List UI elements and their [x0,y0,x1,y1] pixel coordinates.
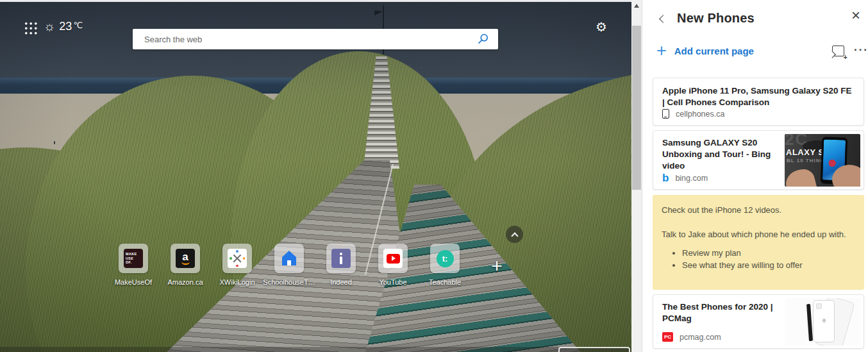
add-current-page-button[interactable]: + Add current page [656,42,754,59]
indeed-icon [331,249,351,268]
quick-link-schoolhouse[interactable]: SchoolhouseT… [267,244,312,286]
quick-link-xwiki[interactable]: XWikiLogin [215,244,260,286]
note-line: Talk to Jake about which phone he ended … [662,229,855,240]
white-phone-front [813,300,835,342]
scroll-top-button[interactable] [506,226,523,243]
more-options-icon[interactable]: ··· [854,44,868,56]
collection-item-cellphones[interactable]: Apple iPhone 11 Pro, Samsung Galaxy S20 … [653,78,864,126]
bing-favicon-icon: b [662,173,669,183]
scrollbar-up-arrow[interactable] [634,4,639,8]
x-dot-red [236,265,238,267]
article-thumbnail [785,298,860,346]
item-title: The Best Phones for 2020 | PCMag [662,301,781,324]
search-bar[interactable] [133,29,498,49]
amazon-smile [181,262,190,265]
quick-link-teachable[interactable]: t: Teachable [422,244,467,286]
pcmag-favicon-icon: PC [662,332,673,342]
youtube-rect [387,254,400,264]
makeuseof-icon: MAKE USE OF. [124,249,143,268]
scrollbar-thumb[interactable] [632,26,641,190]
collection-title: New Phones [677,11,755,26]
teachable-letter: t: [437,250,454,267]
xwiki-icon [228,249,247,268]
edge-new-tab-with-collections: ☼ 23 ℃ ⚙ MAKE USE OF. MakeUseOf a [0,0,868,352]
close-icon[interactable]: × [851,8,860,23]
site-row: b bing.com [662,173,708,183]
add-note-icon[interactable] [832,46,844,56]
teachable-icon: t: [435,249,455,268]
tile-backdrop: t: [430,244,460,273]
quick-link-indeed[interactable]: Indeed [319,244,363,286]
youtube-icon [383,249,403,268]
site-name: bing.com [675,174,708,183]
collection-item-pcmag[interactable]: The Best Phones for 2020 | PCMag PC pcma… [653,294,864,349]
page-scrollbar[interactable] [631,0,642,352]
plus-icon: + [656,42,667,59]
x-dot-green [230,257,232,260]
chevron-left-icon [659,15,667,23]
house-shape [282,257,296,265]
weather-widget[interactable]: ☼ 23 ℃ [44,19,83,34]
site-row: PC pcmag.com [662,332,721,342]
partial-bottom-button[interactable] [558,347,630,352]
back-button[interactable] [658,14,668,24]
tile-backdrop: MAKE USE OF. [119,244,148,273]
top-edge-strip [0,0,631,2]
indeed-dot [340,253,343,256]
quick-link-amazon[interactable]: a Amazon.ca [163,244,208,286]
page-favicon-icon [662,109,669,119]
amazon-icon: a [176,249,195,268]
x-dot-blue [236,250,238,253]
item-title: Apple iPhone 11 Pro, Samsung Galaxy S20 … [662,85,855,108]
apps-grid-icon[interactable] [24,21,37,35]
site-name: cellphones.ca [676,110,724,119]
collection-note[interactable]: Check out the iPhone 12 videos. Talk to … [653,195,864,290]
site-row: cellphones.ca [662,109,724,119]
beach-person [54,141,55,144]
search-icon[interactable] [477,33,488,45]
site-name: pcmag.com [680,333,721,342]
temperature-value: 23 [59,20,72,33]
phone-edge [806,304,813,341]
tile-backdrop [222,244,252,273]
tile-backdrop: a [171,244,200,273]
search-input[interactable] [133,29,477,49]
collection-item-bing-video[interactable]: Samsung GALAXY S20 Unboxing and Tour! - … [653,130,864,190]
x-dot-orange [243,257,246,260]
new-tab-background: ☼ 23 ℃ ⚙ MAKE USE OF. MakeUseOf a [0,0,631,352]
add-current-page-label: Add current page [674,46,754,56]
bottom-shade [0,347,631,352]
chevron-up-icon [511,232,518,239]
add-shortcut-button[interactable]: + [486,255,508,277]
schoolhouse-icon [280,249,299,268]
tile-label: Teachable [414,278,476,286]
gear-icon[interactable]: ⚙ [596,19,607,35]
temperature-unit: ℃ [73,21,83,30]
quick-link-youtube[interactable]: YouTube [371,244,415,286]
note-bullet-list: Review my plan See what they are willing… [662,247,855,271]
tile-backdrop [378,244,408,273]
note-bullet: Review my plan [682,247,855,259]
quick-link-makeuseof[interactable]: MAKE USE OF. MakeUseOf [111,244,156,286]
video-thumbnail: 2C ALAXY S20 BL 10 THINGS [785,134,860,187]
note-gap [662,216,855,229]
note-line: Check out the iPhone 12 videos. [662,205,855,216]
note-bullet: See what they are willing to offer [682,260,855,271]
item-title: Samsung GALAXY S20 Unboxing and Tour! - … [662,137,781,171]
play-icon [392,256,396,261]
amazon-letter: a [182,253,188,262]
tile-backdrop [274,244,304,273]
collections-panel: New Phones × + Add current page ··· Appl… [642,0,868,352]
indeed-bar [340,256,343,264]
tile-backdrop [326,244,356,273]
hand [785,167,818,187]
sun-icon: ☼ [44,19,55,34]
flag [374,10,383,15]
